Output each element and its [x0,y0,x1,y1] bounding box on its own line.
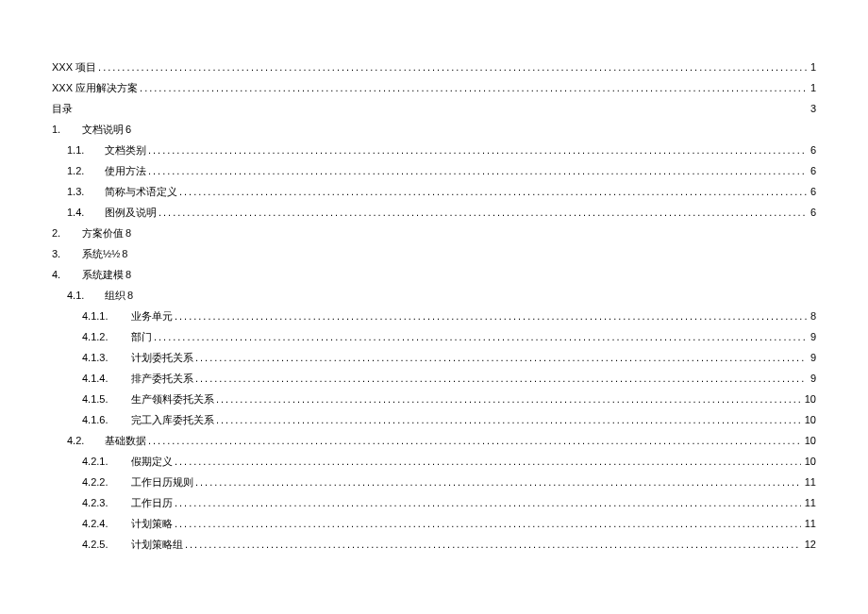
toc-leader [148,140,807,160]
toc-page-number: 6 [807,202,816,223]
toc-title: 生产领料委托关系 [131,389,216,409]
toc-title: 目录 [52,98,75,119]
toc-title: 计划策略组 [131,534,185,555]
toc-title: 计划委托关系 [131,347,195,368]
toc-title: 排产委托关系 [131,368,195,389]
toc-leader [154,326,807,347]
toc-number: 2. [52,223,82,243]
toc-title: 系统建模 [82,264,125,285]
toc-page-number: 9 [807,326,816,347]
toc-number: 4.1. [67,285,105,306]
toc-entry: 4.系统建模8 [52,264,816,285]
toc-title: 基础数据 [105,430,148,451]
toc-number: 4.2.5. [82,534,131,555]
toc-entry: 4.2.2.工作日历规则11 [52,472,816,492]
toc-entry: XXX 项目1 [52,57,816,77]
toc-number: 4.1.2. [82,326,131,347]
toc-page-number: 1 [807,57,816,77]
toc-leader [175,306,807,326]
toc-entry: 4.1.2.部门9 [52,326,816,347]
toc-page-number: 6 [125,119,131,140]
toc-number: 4.1.1. [82,306,131,326]
toc-title: 完工入库委托关系 [131,409,216,430]
toc-leader [195,368,807,389]
toc-entry: 1.文档说明6 [52,119,816,140]
toc-number: 1.4. [67,202,105,223]
toc-title: 业务单元 [131,306,175,326]
toc-entry: 4.1.3.计划委托关系9 [52,347,816,368]
toc-page-number: 9 [807,347,816,368]
toc-leader [216,389,801,409]
toc-number: 4. [52,264,82,285]
toc-page-number: 12 [801,534,816,555]
toc-number: 1.2. [67,160,105,181]
toc-leader [98,57,807,77]
toc-page-number: 8 [127,285,133,306]
toc-number: 4.1.4. [82,368,131,389]
toc-title: XXX 项目 [52,57,98,77]
toc-title: 工作日历 [131,492,175,513]
toc-leader [148,160,807,181]
toc-title: XXX 应用解决方案 [52,77,140,98]
toc-entry: 4.1.1.业务单元8 [52,306,816,326]
toc-title: 文档说明 [82,119,125,140]
toc-page-number: 3 [807,98,816,119]
toc-number: 4.1.5. [82,389,131,409]
toc-entry: 4.1.4.排产委托关系9 [52,368,816,389]
toc-entry: 3.系统½½8 [52,243,816,264]
toc-number: 4.2.1. [82,451,131,472]
table-of-contents: XXX 项目1XXX 应用解决方案1目录31.文档说明61.1.文档类别61.2… [52,57,816,555]
toc-page-number: 10 [801,430,816,451]
toc-page-number: 11 [801,492,816,513]
toc-page-number: 8 [125,223,131,243]
toc-title: 使用方法 [105,160,148,181]
toc-page-number: 10 [801,409,816,430]
toc-title: 计划策略 [131,513,175,534]
toc-number: 1.1. [67,140,105,160]
toc-number: 4.2.2. [82,472,131,492]
toc-page-number: 10 [801,451,816,472]
toc-page-number: 10 [801,389,816,409]
toc-title: 部门 [131,326,154,347]
toc-entry: 4.2.1.假期定义10 [52,451,816,472]
toc-leader [148,430,801,451]
toc-leader [175,451,801,472]
toc-leader [195,472,801,492]
toc-page-number: 1 [807,77,816,98]
toc-entry: 1.4.图例及说明6 [52,202,816,223]
toc-number: 4.2.3. [82,492,131,513]
toc-leader [185,534,801,555]
toc-entry: 4.2.3.工作日历11 [52,492,816,513]
toc-entry: 4.2.基础数据10 [52,430,816,451]
toc-title: 图例及说明 [105,202,159,223]
toc-page-number: 8 [122,243,127,264]
toc-entry: 4.1.5.生产领料委托关系10 [52,389,816,409]
toc-page-number: 6 [807,140,816,160]
toc-number: 1.3. [67,181,105,202]
toc-entry: 4.1.6.完工入库委托关系10 [52,409,816,430]
toc-page-number: 6 [807,181,816,202]
toc-page-number: 8 [125,264,131,285]
toc-entry: 2.方案价值8 [52,223,816,243]
toc-title: 系统½½ [82,243,122,264]
toc-title: 组织 [105,285,127,306]
toc-entry: 4.2.5.计划策略组12 [52,534,816,555]
toc-number: 4.2.4. [82,513,131,534]
toc-number: 1. [52,119,82,140]
toc-number: 3. [52,243,82,264]
toc-entry: 目录3 [52,98,816,119]
toc-leader [195,347,807,368]
toc-page-number: 9 [807,368,816,389]
toc-title: 假期定义 [131,451,175,472]
toc-leader [175,492,801,513]
toc-page-number: 8 [807,306,816,326]
toc-leader [140,77,807,98]
toc-page-number: 11 [801,513,816,534]
toc-title: 工作日历规则 [131,472,195,492]
toc-leader [179,181,807,202]
toc-entry: 1.1.文档类别6 [52,140,816,160]
toc-number: 4.2. [67,430,105,451]
toc-entry: XXX 应用解决方案1 [52,77,816,98]
toc-entry: 4.2.4.计划策略11 [52,513,816,534]
toc-leader [159,202,807,223]
